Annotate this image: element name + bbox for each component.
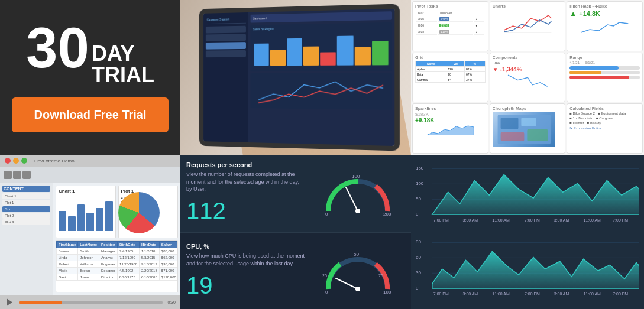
tablet-bar-chart — [253, 30, 389, 67]
svg-text:30: 30 — [416, 270, 421, 275]
bottom-area-chart-section: 90 60 30 0 7:00 PM 3:00 AM 11:00 AM 7:00… — [416, 233, 639, 305]
app-screenshot-panel: DevExtreme Demo CONTENT Chart 1 Plot 1 G… — [0, 155, 180, 309]
app-toolbar — [0, 167, 180, 183]
cpu-info: CPU, % View how much CPU is being used a… — [186, 243, 305, 298]
time-label: 0:30 — [167, 300, 176, 304]
maximize-btn[interactable] — [21, 158, 27, 164]
chart-1-panel: Chart 1 — [56, 186, 116, 238]
progress-bar[interactable] — [19, 301, 163, 304]
rps-top-section: Requests per second View the number of r… — [180, 155, 411, 231]
svg-marker-43 — [432, 174, 639, 214]
range-widget: Range 4/1/21 — 6/1/21 — [567, 53, 643, 103]
rps-description: View the number of requests completed at… — [186, 171, 305, 193]
play-button[interactable] — [5, 298, 14, 307]
svg-text:7:00 PM: 7:00 PM — [613, 292, 628, 296]
svg-rect-4 — [521, 118, 536, 126]
svg-text:7:00 PM: 7:00 PM — [613, 218, 628, 222]
cpu-gauge: 0 50 100 25 75 — [310, 248, 405, 295]
pivot-table: YearTurnover 2015340%● 2016177%● 2018110… — [415, 9, 486, 36]
svg-rect-3 — [500, 118, 518, 129]
download-trial-button[interactable]: Download Free Trial — [12, 97, 169, 132]
svg-text:90: 90 — [416, 239, 421, 245]
svg-text:100: 100 — [383, 290, 391, 295]
grid-header-salary[interactable]: Salary — [159, 241, 178, 248]
us-map-svg — [493, 112, 556, 147]
trial-panel: 30 DAY TRIAL Download Free Trial — [0, 0, 180, 155]
calculated-fields-widget: Calculated Fields ■ Bike Source 2 ■ Equi… — [567, 103, 643, 154]
charts-row: Chart 1 Plot 1 — [56, 186, 178, 238]
grid-header-birthdate[interactable]: BirthDate — [118, 241, 140, 248]
components-value-area: ▼ -1,344% — [493, 66, 563, 73]
close-btn[interactable] — [5, 158, 11, 164]
svg-line-20 — [336, 278, 358, 289]
hitch-rack-value: +14.8K — [579, 10, 600, 17]
calculated-fields-title: Calculated Fields — [569, 106, 640, 110]
charts-widget: Charts — [490, 1, 566, 51]
grid-header-firstname[interactable]: FirstName — [57, 241, 78, 248]
svg-text:50: 50 — [354, 252, 359, 257]
bar-chart-1 — [59, 196, 113, 231]
rps-title: Requests per second — [186, 161, 305, 168]
range-bar-3 — [569, 76, 640, 79]
rps-numeric-value: 112 — [186, 198, 305, 225]
svg-text:100: 100 — [352, 174, 360, 179]
svg-text:7:00 PM: 7:00 PM — [433, 218, 449, 222]
bottom-area-chart-svg: 90 60 30 0 7:00 PM 3:00 AM 11:00 AM 7:00… — [416, 233, 639, 305]
grid-row-1: JamesSmithManager3/4/19851/1/2010$85,000… — [57, 248, 179, 254]
cards-widget: Hitch Rack - 4-Bike ▲ +14.8K — [567, 1, 643, 51]
bar-5 — [96, 208, 103, 231]
svg-line-7 — [346, 187, 358, 211]
tablet-nav-3 — [206, 42, 246, 50]
sidebar-item-3[interactable]: Grid — [2, 206, 50, 212]
data-grid-panel: FirstName LastName Position BirthDate Hi… — [56, 240, 178, 293]
rps-dashboard-panel: Requests per second View the number of r… — [180, 155, 411, 309]
range-title: Range — [569, 56, 640, 60]
toolbar-icon-2[interactable] — [13, 171, 21, 179]
sidebar-item-4[interactable]: Plot 2 — [2, 213, 50, 219]
svg-text:200: 200 — [383, 212, 391, 217]
svg-text:3:00 AM: 3:00 AM — [463, 292, 478, 296]
bar-1 — [59, 211, 66, 231]
cards-title: Hitch Rack - 4-Bike — [569, 4, 640, 8]
bar-4 — [86, 213, 94, 231]
svg-text:3:00 AM: 3:00 AM — [463, 218, 478, 222]
toolbar-icon-1[interactable] — [4, 171, 12, 179]
svg-text:100: 100 — [416, 181, 424, 186]
svg-rect-6 — [527, 129, 548, 141]
app-title: DevExtreme Demo — [34, 158, 75, 164]
svg-point-21 — [355, 287, 360, 291]
grid-header-position[interactable]: Position — [99, 241, 118, 248]
svg-rect-5 — [500, 132, 524, 141]
grid-header-hiredate[interactable]: HireDate — [140, 241, 160, 248]
cpu-description: View how much CPU is being used at the m… — [186, 252, 305, 267]
grid-row-5: DavidJonesDirector8/30/19756/10/2005$120… — [57, 274, 179, 280]
tablet-sidebar: Customer Support — [203, 12, 248, 142]
svg-text:25: 25 — [322, 274, 327, 278]
svg-text:0: 0 — [325, 290, 328, 295]
cpu-title: CPU, % — [186, 243, 305, 250]
minimize-btn[interactable] — [13, 158, 19, 164]
cpu-gauge-svg: 0 50 100 25 75 — [319, 248, 396, 295]
toolbar-icon-3[interactable] — [22, 171, 31, 179]
svg-text:0: 0 — [325, 212, 328, 217]
svg-text:150: 150 — [416, 165, 424, 171]
app-nav-sidebar: CONTENT Chart 1 Plot 1 Grid Plot 2 Plot … — [0, 183, 53, 295]
svg-point-8 — [355, 209, 360, 213]
svg-text:11:00 AM: 11:00 AM — [492, 292, 510, 296]
sidebar-item-5[interactable]: Plot 3 — [2, 219, 50, 225]
sidebar-item-2[interactable]: Plot 1 — [2, 200, 50, 206]
bar-2 — [68, 216, 76, 231]
sparklines-widget: Sparklines $183K +9.18K — [412, 103, 488, 154]
bar-6 — [105, 201, 113, 231]
trial-heading: 30 DAY TRIAL — [26, 22, 154, 86]
app-titlebar: DevExtreme Demo — [0, 155, 180, 167]
trial-number: 30 — [26, 22, 89, 73]
cards-mini-chart — [569, 18, 640, 35]
svg-text:11:00 AM: 11:00 AM — [584, 292, 601, 296]
cpu-bottom-section: CPU, % View how much CPU is being used a… — [180, 232, 411, 309]
tablet-nav-4 — [206, 50, 246, 57]
rps-info: Requests per second View the number of r… — [186, 161, 305, 225]
grid-header-lastname[interactable]: LastName — [78, 241, 99, 248]
app-main-content: Chart 1 Plot 1 — [53, 183, 180, 295]
sidebar-item-1[interactable]: Chart 1 — [2, 193, 50, 199]
